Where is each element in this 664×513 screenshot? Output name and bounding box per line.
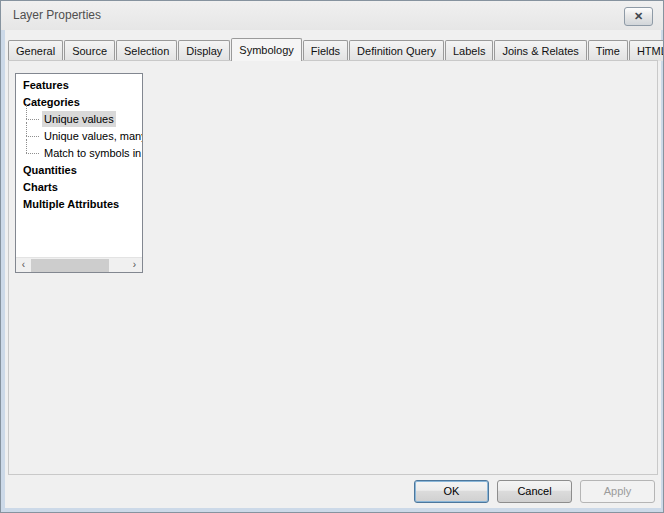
tab-labels[interactable]: Labels (445, 40, 493, 61)
show-item-match-symbols[interactable]: Match to symbols in a (16, 145, 142, 161)
tab-fields[interactable]: Fields (303, 40, 348, 61)
window-title: Layer Properties (13, 8, 101, 22)
tab-source[interactable]: Source (64, 40, 115, 61)
show-item-charts[interactable]: Charts (16, 179, 142, 195)
tab-time[interactable]: Time (588, 40, 628, 61)
scroll-left-icon[interactable]: ‹ (16, 258, 31, 273)
show-item-multiple-attributes[interactable]: Multiple Attributes (16, 196, 142, 212)
close-icon: ✕ (634, 10, 643, 22)
show-item-unique-values[interactable]: Unique values (16, 111, 142, 127)
show-item-unique-values-many[interactable]: Unique values, many (16, 128, 142, 144)
cancel-button[interactable]: Cancel (497, 480, 572, 503)
tab-joins-relates[interactable]: Joins & Relates (494, 40, 586, 61)
scrollbar-thumb[interactable] (31, 259, 109, 272)
tab-definition-query[interactable]: Definition Query (349, 40, 444, 61)
scroll-right-icon[interactable]: › (127, 258, 142, 273)
tab-general[interactable]: General (8, 40, 63, 61)
tab-html-popup[interactable]: HTML Popup (629, 40, 664, 61)
show-listbox: Features Categories Unique values Unique… (15, 73, 143, 273)
title-bar[interactable]: Layer Properties ✕ (1, 1, 663, 30)
tree-horizontal-scrollbar[interactable]: ‹ › (16, 257, 142, 272)
apply-button: Apply (580, 480, 655, 503)
ok-button[interactable]: OK (414, 480, 489, 503)
layer-properties-dialog: Layer Properties ✕ General Source Select… (0, 0, 664, 513)
dialog-body: General Source Selection Display Symbolo… (5, 30, 661, 508)
tab-bar: General Source Selection Display Symbolo… (8, 38, 664, 61)
tab-symbology[interactable]: Symbology (231, 38, 301, 61)
tab-display[interactable]: Display (178, 40, 230, 61)
show-item-quantities[interactable]: Quantities (16, 162, 142, 178)
show-item-features[interactable]: Features (16, 77, 142, 93)
show-item-categories[interactable]: Categories (16, 94, 142, 110)
close-button[interactable]: ✕ (624, 7, 653, 26)
tab-selection[interactable]: Selection (116, 40, 177, 61)
